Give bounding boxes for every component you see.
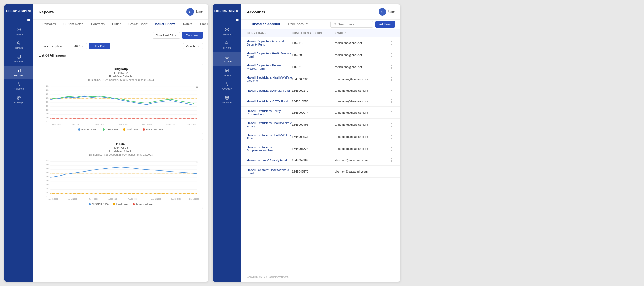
svg-text:0.93: 0.93 (46, 179, 49, 182)
tab-buffer[interactable]: Buffer (108, 20, 125, 29)
svg-text:Sep 01 2023: Sep 01 2023 (171, 198, 181, 200)
tab-growth-chart[interactable]: Growth Chart (125, 20, 151, 29)
add-new-button[interactable]: Add New (375, 21, 395, 28)
tab-issuer-charts[interactable]: Issuer Charts (151, 20, 179, 29)
sidebar-item-issuers[interactable]: Issuers (4, 25, 33, 38)
right-sidebar-issuers[interactable]: Issuers (213, 25, 241, 38)
right-sidebar-reports[interactable]: Reports (213, 66, 241, 79)
right-sidebar-settings[interactable]: Settings (213, 93, 241, 107)
row-menu-icon[interactable]: ⋮ (389, 158, 395, 163)
account-name[interactable]: Hawaii Electricians Annuity Fund (247, 89, 292, 92)
account-name[interactable]: Hawaii Electricians Health/Welfare Ocean… (247, 76, 292, 82)
tab-trade-account[interactable]: Trade Account (284, 20, 312, 29)
table-row: Hawaii Laborers' Health/Welfare Fund 154… (241, 166, 400, 178)
account-custodian: 1545000986 (292, 77, 335, 81)
account-custodian: 1545001324 (292, 147, 335, 150)
account-name[interactable]: Hawaii Carpenters Financial Security Fun… (247, 40, 292, 46)
download-all-select[interactable]: Download All (153, 32, 180, 39)
user-area: U User (186, 8, 203, 16)
account-custodian: 1545010555 (292, 100, 335, 103)
tab-timeline[interactable]: Timeline (196, 20, 208, 29)
row-menu-icon[interactable]: ⋮ (389, 88, 395, 93)
search-icon (333, 23, 336, 26)
account-name[interactable]: Hawaii Electricians Equity Pension Fund (247, 109, 292, 116)
account-custodian: 1545000496 (292, 123, 335, 126)
tab-navigation: Portfolios Current Notes Contracts Buffe… (33, 20, 208, 29)
row-menu-icon[interactable]: ⋮ (389, 146, 395, 151)
accounts-tab-bar: Custodian Account Trade Account Add New (241, 20, 400, 29)
sidebar-item-activities[interactable]: Activities (4, 79, 33, 93)
account-name[interactable]: Hawaii Laborers' Annuity Fund (247, 159, 292, 162)
row-menu-icon[interactable]: ⋮ (389, 99, 395, 104)
row-menu-icon[interactable]: ⋮ (389, 77, 395, 82)
citigroup-chart: ≡ 1.14 1.10 1.06 1.02 0.98 0.94 0.89 0.8… (42, 84, 199, 127)
tab-current-notes[interactable]: Current Notes (60, 20, 87, 29)
year-select[interactable]: 2020 (71, 43, 87, 49)
menu-icon[interactable]: ☰ (4, 17, 33, 25)
col-email: EMAIL (335, 32, 389, 35)
tab-custodian-account[interactable]: Custodian Account (247, 20, 284, 29)
svg-rect-64 (225, 55, 229, 58)
row-menu-icon[interactable]: ⋮ (389, 122, 395, 127)
citigroup-title: Citigroup (42, 67, 199, 71)
row-menu-icon[interactable]: ⋮ (389, 134, 395, 139)
row-menu-icon[interactable]: ⋮ (389, 65, 395, 70)
chart-menu-icon[interactable]: ≡ (196, 85, 198, 89)
search-input[interactable] (338, 23, 370, 26)
svg-text:0.81: 0.81 (46, 191, 49, 194)
right-sidebar-activities[interactable]: Activities (213, 79, 241, 93)
account-name[interactable]: Hawaii Electricians Health/Welfare Equit… (247, 121, 292, 128)
legend-russell: RUSSELL 2000 (78, 128, 98, 131)
account-email: tumemoto@heao.us.com (335, 135, 389, 138)
account-name[interactable]: Hawaii Carpenters Health/Welfare Fund (247, 52, 292, 58)
table-row: Hawaii Electricians CATV Fund 1545010555… (241, 96, 400, 107)
legend-protection: Protection Level (143, 128, 163, 131)
right-avatar: U (379, 8, 386, 16)
hsbc-chart: ≡ 1.13 1.09 1.05 1.01 0.97 0.93 0.89 0.8… (42, 158, 199, 201)
row-menu-icon[interactable]: ⋮ (389, 110, 395, 115)
hsbc-chart-menu-icon[interactable]: ≡ (196, 159, 198, 164)
table-row: Hawaii Laborers' Annuity Fund 1545052162… (241, 155, 400, 166)
account-name[interactable]: Hawaii Electricians Health/Welfare Fixed (247, 133, 292, 140)
main-content: Reports U User Portfolios Current Notes … (33, 4, 208, 282)
copyright: Copyright ©2023 Focusinvestment. (241, 272, 400, 282)
svg-point-66 (226, 97, 228, 98)
search-box[interactable] (330, 21, 373, 28)
page-title: Reports (39, 10, 54, 14)
tab-contracts[interactable]: Contracts (87, 20, 108, 29)
filter-data-button[interactable]: Filter Data (89, 43, 110, 49)
since-inception-select[interactable]: Since Inception (39, 43, 68, 49)
charts-area: List Of All Issuers Citigroup 17291R7B2 … (33, 51, 208, 282)
right-sidebar-clients[interactable]: Clients (213, 38, 241, 52)
row-menu-icon[interactable]: ⋮ (389, 40, 395, 46)
app-logo: FOCUSINVESTMENT (4, 8, 33, 17)
tab-portfolios[interactable]: Portfolios (39, 20, 60, 29)
svg-point-63 (226, 42, 227, 43)
svg-point-1 (17, 42, 19, 43)
sidebar-item-clients[interactable]: Clients (4, 38, 33, 52)
col-client-name: CLIENT NAME (247, 32, 292, 35)
sidebar-item-reports[interactable]: Reports (4, 66, 33, 79)
right-sidebar-accounts[interactable]: Accounts (213, 52, 241, 66)
col-custodian-account: CUSTODIAN ACCOUNT (292, 32, 335, 35)
filter-left: Since Inception 2020 Filter Data (39, 43, 110, 49)
account-name[interactable]: Hawaii Laborers' Health/Welfare Fund (247, 168, 292, 175)
download-button[interactable]: Download (182, 32, 203, 39)
row-menu-icon[interactable]: ⋮ (389, 53, 395, 58)
view-all-select[interactable]: View All (183, 43, 203, 49)
account-name[interactable]: Hawaii Electricians Supplementary Fund (247, 146, 292, 152)
tab-ranks[interactable]: Ranks (179, 20, 196, 29)
account-name[interactable]: Hawaii Carpenters Retiree Medical Fund (247, 64, 292, 70)
account-name[interactable]: Hawaii Electricians CATV Fund (247, 100, 292, 103)
table-row: Hawaii Carpenters Health/Welfare Fund 11… (241, 49, 400, 61)
right-menu-icon[interactable]: ☰ (213, 17, 241, 25)
row-menu-icon[interactable]: ⋮ (389, 169, 395, 174)
reports-header: Reports U User (33, 4, 208, 20)
legend-nasdaq: Nasdaq-100 (103, 128, 119, 131)
account-email: tumemoto@heao.us.com (335, 111, 389, 114)
right-user-area: U User (379, 8, 395, 16)
sidebar-item-accounts[interactable]: Accounts (4, 52, 33, 66)
sidebar-item-settings[interactable]: Settings (4, 93, 33, 107)
svg-point-4 (18, 97, 19, 98)
hsbc-legend-initial: Initial Level (113, 203, 128, 206)
